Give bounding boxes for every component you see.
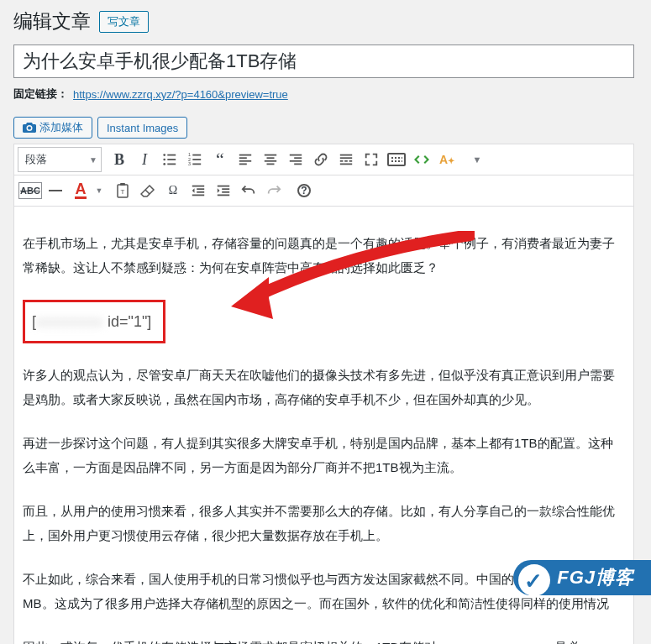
blog-badge: ✓ FGJ博客 <box>513 560 651 595</box>
editor-toolbar: 段落 ▼ B I 123 “ A✦ ▼ ABC A ▼ <box>13 144 634 207</box>
ol-button[interactable]: 123 <box>182 147 207 172</box>
ol-icon: 123 <box>187 152 202 167</box>
svg-rect-26 <box>340 160 344 162</box>
svg-rect-16 <box>265 154 276 156</box>
ul-button[interactable] <box>157 147 182 172</box>
quote-button[interactable]: “ <box>207 147 233 172</box>
code-icon <box>413 154 430 165</box>
svg-text:3: 3 <box>188 161 191 166</box>
svg-rect-18 <box>265 160 276 162</box>
svg-rect-25 <box>340 157 352 159</box>
align-right-icon <box>288 152 303 167</box>
svg-text:T: T <box>121 188 125 196</box>
svg-rect-29 <box>340 164 352 165</box>
instant-images-button[interactable]: Instant Images <box>97 117 187 139</box>
italic-button[interactable]: I <box>132 147 157 172</box>
svg-rect-34 <box>197 188 204 190</box>
undo-icon <box>241 183 256 198</box>
permalink-url[interactable]: https://www.zzrq.xyz/?p=4160&preview=tru… <box>73 88 288 101</box>
new-post-button[interactable]: 写文章 <box>99 11 149 33</box>
svg-rect-3 <box>167 159 176 160</box>
source-button[interactable] <box>409 147 434 172</box>
ai-button[interactable]: A✦ <box>434 147 459 172</box>
svg-point-4 <box>163 163 165 165</box>
svg-rect-7 <box>192 154 201 156</box>
shortcode-highlighted: [xxxxxxxx id="1"] <box>23 300 165 343</box>
indent-button[interactable] <box>211 178 236 203</box>
svg-rect-24 <box>340 154 352 156</box>
align-left-icon <box>238 152 253 167</box>
svg-rect-17 <box>267 157 275 159</box>
svg-rect-37 <box>218 186 229 187</box>
svg-rect-40 <box>218 195 229 196</box>
svg-rect-11 <box>192 164 201 165</box>
help-button[interactable]: ? <box>291 178 317 203</box>
align-center-icon <box>263 152 278 167</box>
toolbar-toggle-icon <box>387 153 406 166</box>
chevron-down-icon: ▼ <box>473 154 482 165</box>
align-right-button[interactable] <box>283 147 308 172</box>
svg-rect-12 <box>239 154 251 156</box>
align-left-button[interactable] <box>233 147 258 172</box>
svg-point-0 <box>163 154 165 156</box>
italic-icon: I <box>142 151 147 169</box>
fullscreen-button[interactable] <box>359 147 384 172</box>
special-char-button[interactable]: Ω <box>160 178 186 203</box>
link-button[interactable] <box>308 147 333 172</box>
add-media-button[interactable]: 添加媒体 <box>13 117 92 139</box>
strike-icon: ABC <box>18 182 42 199</box>
chevron-button[interactable]: ▼ <box>465 147 490 172</box>
hr-button[interactable] <box>43 178 68 203</box>
toolbar-toggle-button[interactable] <box>384 147 409 172</box>
svg-rect-28 <box>349 160 353 162</box>
hr-icon <box>49 190 62 191</box>
svg-rect-19 <box>267 164 275 165</box>
svg-rect-22 <box>290 160 302 162</box>
more-button[interactable] <box>333 147 359 172</box>
svg-rect-36 <box>192 195 204 196</box>
bold-icon: B <box>114 151 124 169</box>
svg-rect-20 <box>290 154 302 156</box>
page-heading: 编辑文章 写文章 <box>13 8 634 34</box>
svg-rect-1 <box>167 154 176 156</box>
indent-icon <box>216 183 231 198</box>
chevron-down-icon: ▼ <box>89 155 97 165</box>
svg-point-2 <box>163 159 165 161</box>
align-center-button[interactable] <box>258 147 283 172</box>
svg-rect-23 <box>294 164 302 165</box>
svg-rect-21 <box>294 157 302 159</box>
ul-icon <box>162 152 177 167</box>
fullscreen-icon <box>364 152 379 167</box>
svg-rect-33 <box>192 186 204 187</box>
svg-rect-39 <box>222 191 229 193</box>
text-color-icon: A <box>75 183 87 199</box>
text-color-button[interactable]: A <box>68 178 93 203</box>
post-title-input[interactable] <box>13 45 634 78</box>
text-color-caret[interactable]: ▼ <box>93 178 105 203</box>
svg-rect-27 <box>344 160 348 162</box>
clear-format-button[interactable] <box>135 178 160 203</box>
svg-rect-9 <box>192 159 201 160</box>
svg-rect-13 <box>239 157 247 159</box>
eraser-icon <box>140 184 155 197</box>
help-icon: ? <box>297 184 311 197</box>
undo-button[interactable] <box>236 178 261 203</box>
caret-icon: ▼ <box>96 186 103 195</box>
svg-rect-15 <box>239 164 247 165</box>
svg-rect-31 <box>120 183 125 186</box>
camera-icon <box>23 122 36 134</box>
redo-button[interactable] <box>261 178 286 203</box>
bold-button[interactable]: B <box>107 147 132 172</box>
paste-text-button[interactable]: T <box>110 178 135 203</box>
read-more-icon <box>339 152 354 167</box>
clipboard-icon: T <box>116 183 129 198</box>
check-icon: ✓ <box>524 568 543 594</box>
svg-rect-35 <box>197 191 204 193</box>
svg-rect-5 <box>167 164 176 165</box>
page-title: 编辑文章 <box>13 8 91 34</box>
strike-button[interactable]: ABC <box>18 178 43 203</box>
permalink-label: 固定链接： <box>13 86 68 102</box>
link-icon <box>313 152 328 167</box>
outdent-button[interactable] <box>186 178 211 203</box>
svg-rect-14 <box>239 160 251 162</box>
